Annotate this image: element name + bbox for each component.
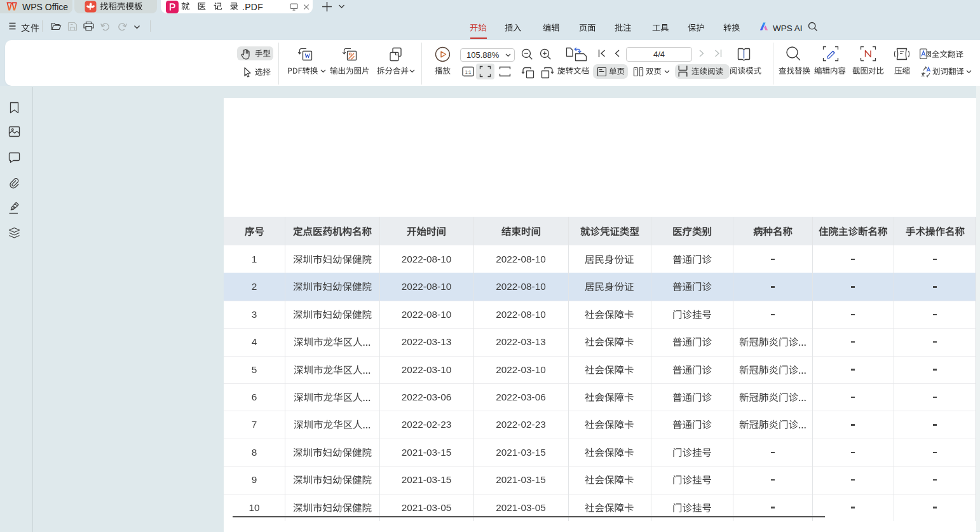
- svg-text:1:1: 1:1: [465, 70, 472, 74]
